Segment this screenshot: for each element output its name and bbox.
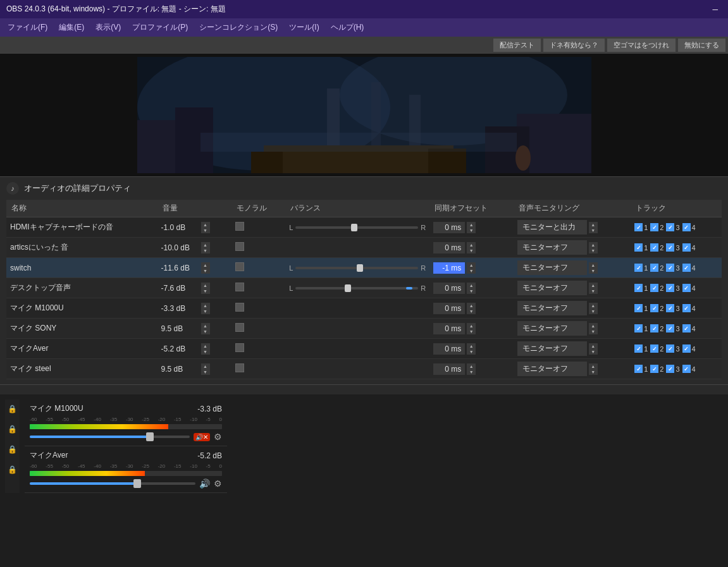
vol-spinner-7[interactable]: ▲ ▼ bbox=[201, 363, 210, 375]
monitor-spinner-2[interactable]: ▲ ▼ bbox=[589, 262, 598, 274]
sync-up-1[interactable]: ▲ bbox=[467, 242, 476, 248]
lock-icon-3[interactable]: 🔒 bbox=[8, 445, 17, 454]
sync-down-1[interactable]: ▼ bbox=[467, 248, 476, 253]
track-checkbox-0-1[interactable] bbox=[634, 223, 643, 231]
sync-up-6[interactable]: ▲ bbox=[467, 343, 476, 349]
monitor-spinner-7[interactable]: ▲ ▼ bbox=[589, 363, 598, 375]
track-checkbox-2-1[interactable] bbox=[634, 264, 643, 272]
vol-down-7[interactable]: ▼ bbox=[201, 369, 210, 375]
monitor-up-4[interactable]: ▲ bbox=[589, 303, 598, 308]
sync-down-6[interactable]: ▼ bbox=[467, 349, 476, 355]
monitor-down-3[interactable]: ▼ bbox=[589, 288, 598, 294]
sync-up-3[interactable]: ▲ bbox=[467, 283, 476, 288]
vol-up-7[interactable]: ▲ bbox=[201, 363, 210, 369]
sync-up-0[interactable]: ▲ bbox=[467, 222, 476, 228]
vol-spinner-6[interactable]: ▲ ▼ bbox=[201, 343, 210, 355]
monitor-down-2[interactable]: ▼ bbox=[589, 268, 598, 274]
vol-spinner-3[interactable]: ▲ ▼ bbox=[201, 283, 210, 294]
sync-down-7[interactable]: ▼ bbox=[467, 369, 476, 375]
track-checkbox-3-3[interactable] bbox=[666, 284, 674, 292]
track-checkbox-1-3[interactable] bbox=[666, 243, 674, 252]
track-checkbox-5-2[interactable] bbox=[650, 324, 658, 332]
track-checkbox-3-4[interactable] bbox=[682, 284, 691, 292]
balance-thumb-3[interactable] bbox=[345, 284, 351, 292]
mixer-slider-1[interactable] bbox=[30, 436, 190, 438]
vol-spinner-2[interactable]: ▲ ▼ bbox=[201, 262, 210, 274]
sync-input-6[interactable] bbox=[433, 343, 465, 355]
sync-down-2[interactable]: ▼ bbox=[467, 268, 476, 274]
track-checkbox-6-4[interactable] bbox=[682, 344, 691, 353]
menu-profile[interactable]: プロファイル(P) bbox=[127, 20, 193, 35]
track-checkbox-6-1[interactable] bbox=[634, 344, 643, 353]
lock-icon-2[interactable]: 🔒 bbox=[8, 425, 17, 434]
vol-down-4[interactable]: ▼ bbox=[201, 308, 210, 314]
stream-test-button[interactable]: 配信テスト bbox=[493, 39, 541, 52]
track-checkbox-3-2[interactable] bbox=[650, 284, 658, 292]
vol-up-6[interactable]: ▲ bbox=[201, 343, 210, 349]
sync-down-5[interactable]: ▼ bbox=[467, 329, 476, 334]
track-checkbox-4-3[interactable] bbox=[666, 304, 674, 312]
track-checkbox-5-1[interactable] bbox=[634, 324, 643, 332]
menu-file[interactable]: ファイル(F) bbox=[3, 20, 52, 35]
mono-checkbox-3[interactable] bbox=[235, 283, 244, 291]
track-checkbox-1-1[interactable] bbox=[634, 243, 643, 252]
monitor-down-6[interactable]: ▼ bbox=[589, 349, 598, 355]
menu-help[interactable]: ヘルプ(H) bbox=[326, 20, 369, 35]
monitor-up-3[interactable]: ▲ bbox=[589, 283, 598, 288]
menu-scene-collection[interactable]: シーンコレクション(S) bbox=[194, 20, 283, 35]
vol-spinner-4[interactable]: ▲ ▼ bbox=[201, 303, 210, 314]
track-checkbox-4-2[interactable] bbox=[650, 304, 658, 312]
audio-row-mono-6[interactable] bbox=[231, 339, 285, 359]
audio-row-mono-1[interactable] bbox=[231, 238, 285, 258]
monitor-spinner-4[interactable]: ▲ ▼ bbox=[589, 303, 598, 314]
sync-spinner-1[interactable]: ▲ ▼ bbox=[467, 242, 476, 253]
track-checkbox-0-4[interactable] bbox=[682, 223, 691, 231]
volume-button-2[interactable]: 🔊 bbox=[199, 479, 210, 489]
mono-checkbox-7[interactable] bbox=[235, 363, 244, 372]
sync-up-4[interactable]: ▲ bbox=[467, 303, 476, 308]
audio-row-mono-2[interactable] bbox=[231, 258, 285, 278]
sync-input-3[interactable] bbox=[433, 283, 465, 294]
monitor-down-1[interactable]: ▼ bbox=[589, 248, 598, 253]
monitor-spinner-1[interactable]: ▲ ▼ bbox=[589, 242, 598, 253]
balance-track-0[interactable] bbox=[295, 226, 418, 229]
mono-checkbox-6[interactable] bbox=[235, 343, 244, 352]
track-checkbox-4-4[interactable] bbox=[682, 304, 691, 312]
vol-spinner-5[interactable]: ▲ ▼ bbox=[201, 323, 210, 334]
track-checkbox-0-3[interactable] bbox=[666, 223, 674, 231]
track-checkbox-0-2[interactable] bbox=[650, 223, 658, 231]
balance-thumb-0[interactable] bbox=[351, 224, 357, 231]
preview-canvas[interactable] bbox=[137, 57, 591, 173]
track-checkbox-2-3[interactable] bbox=[666, 264, 674, 272]
sync-input-4[interactable] bbox=[433, 303, 465, 314]
sync-up-7[interactable]: ▲ bbox=[467, 363, 476, 369]
monitor-up-5[interactable]: ▲ bbox=[589, 323, 598, 329]
sync-input-7[interactable] bbox=[433, 363, 465, 375]
audio-row-mono-5[interactable] bbox=[231, 319, 285, 339]
monitor-down-7[interactable]: ▼ bbox=[589, 369, 598, 375]
vol-up-2[interactable]: ▲ bbox=[201, 262, 210, 268]
sync-input-1[interactable] bbox=[433, 242, 465, 253]
track-checkbox-3-1[interactable] bbox=[634, 284, 643, 292]
track-checkbox-7-2[interactable] bbox=[650, 365, 658, 373]
track-checkbox-7-1[interactable] bbox=[634, 365, 643, 373]
sync-spinner-4[interactable]: ▲ ▼ bbox=[467, 303, 476, 314]
monitor-spinner-0[interactable]: ▲ ▼ bbox=[589, 222, 598, 233]
sync-down-0[interactable]: ▼ bbox=[467, 228, 476, 233]
vol-spinner-0[interactable]: ▲ ▼ bbox=[201, 222, 210, 233]
vol-up-5[interactable]: ▲ bbox=[201, 323, 210, 329]
track-checkbox-1-2[interactable] bbox=[650, 243, 658, 252]
mono-checkbox-2[interactable] bbox=[235, 262, 244, 271]
sync-input-5[interactable] bbox=[433, 323, 465, 334]
menu-tools[interactable]: ツール(I) bbox=[284, 20, 324, 35]
balance-thumb-2[interactable] bbox=[357, 264, 363, 272]
vol-up-0[interactable]: ▲ bbox=[201, 222, 210, 228]
lock-icon-4[interactable]: 🔒 bbox=[8, 465, 17, 474]
vol-up-3[interactable]: ▲ bbox=[201, 283, 210, 288]
scroll-area[interactable] bbox=[0, 384, 728, 394]
vol-down-0[interactable]: ▼ bbox=[201, 228, 210, 233]
track-checkbox-7-4[interactable] bbox=[682, 365, 691, 373]
monitor-up-2[interactable]: ▲ bbox=[589, 262, 598, 268]
monitor-spinner-3[interactable]: ▲ ▼ bbox=[589, 283, 598, 294]
donate-button[interactable]: ドネ有効なら？ bbox=[543, 39, 605, 52]
